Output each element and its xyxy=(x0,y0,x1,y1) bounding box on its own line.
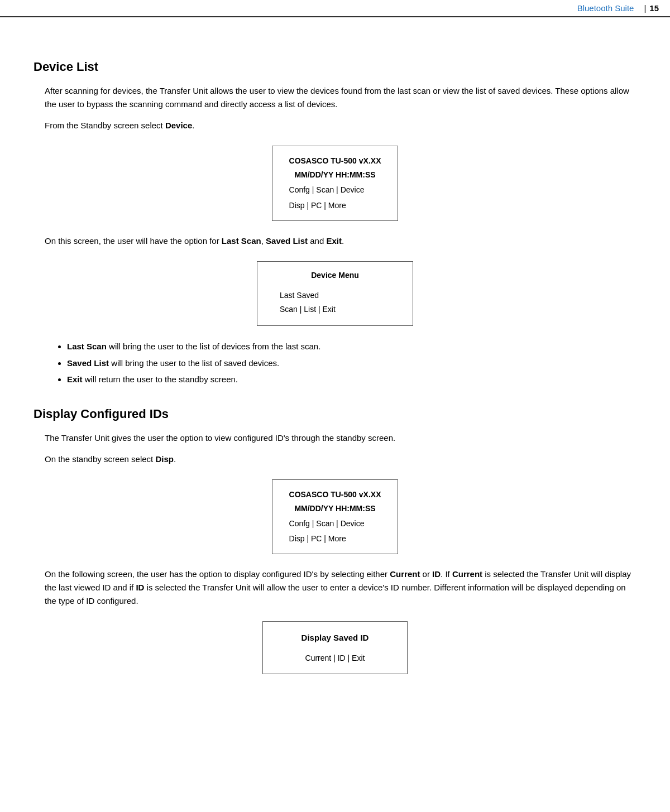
header-page-number: 15 xyxy=(649,3,659,13)
section2-paragraph2: On the standby screen select Disp. xyxy=(45,453,636,466)
s2p3-bold4: ID xyxy=(136,583,144,592)
section2-title: Display Configured IDs xyxy=(34,407,636,421)
s2p3-or: or xyxy=(420,569,432,579)
s2p3-bold1: Current xyxy=(390,569,420,579)
section1-p2-prefix: From the Standby screen select xyxy=(45,121,165,130)
bullet1-bold: Last Scan xyxy=(67,342,107,351)
display-id-box-wrapper: Display Saved ID Current | ID | Exit xyxy=(34,621,636,674)
bullet3-text: will return the user to the standby scre… xyxy=(83,374,238,384)
section1-paragraph1: After scanning for devices, the Transfer… xyxy=(45,84,636,111)
section-display-ids: Display Configured IDs The Transfer Unit… xyxy=(34,407,636,675)
s2p3-text1: . If xyxy=(441,569,452,579)
standby-box2-line4: Disp | PC | More xyxy=(289,532,381,546)
s2p2-suffix: . xyxy=(174,454,176,464)
standby-box1-line4: Disp | PC | More xyxy=(289,199,381,213)
standby-box-2: COSASCO TU-500 vX.XX MM/DD/YY HH:MM:SS C… xyxy=(272,479,399,555)
standby-box2-line2: MM/DD/YY HH:MM:SS xyxy=(289,502,381,516)
s1p3-comma: , xyxy=(261,236,266,246)
device-menu-items: Last Saved Scan | List | Exit xyxy=(280,289,390,316)
bullet-item-1: Last Scan will bring the user to the lis… xyxy=(67,339,636,354)
device-menu-line1: Last Saved xyxy=(280,289,390,302)
standby-box1-line2: MM/DD/YY HH:MM:SS xyxy=(289,168,381,182)
section2-paragraph3: On the following screen, the user has th… xyxy=(45,568,636,608)
page-header: Bluetooth Suite | 15 xyxy=(0,0,670,17)
main-content: Device List After scanning for devices, … xyxy=(0,17,670,710)
section1-p2-suffix: . xyxy=(192,121,194,130)
standby-box-2-wrapper: COSASCO TU-500 vX.XX MM/DD/YY HH:MM:SS C… xyxy=(34,479,636,555)
s1p3-bold3: Exit xyxy=(326,236,342,246)
standby-box-1: COSASCO TU-500 vX.XX MM/DD/YY HH:MM:SS C… xyxy=(272,146,399,221)
header-separator: | xyxy=(644,3,646,13)
header-title: Bluetooth Suite xyxy=(577,3,634,13)
section1-paragraph3: On this screen, the user will have the o… xyxy=(45,234,636,248)
section1-title: Device List xyxy=(34,60,636,74)
standby-box1-line1: COSASCO TU-500 vX.XX xyxy=(289,154,381,168)
s1p3-bold1: Last Scan xyxy=(222,236,261,246)
display-id-items: Current | ID | Exit xyxy=(291,654,379,662)
display-id-box: Display Saved ID Current | ID | Exit xyxy=(262,621,408,674)
s1p3-and: and xyxy=(308,236,326,246)
s1p3-bold2: Saved List xyxy=(266,236,308,246)
section-device-list: Device List After scanning for devices, … xyxy=(34,60,636,387)
s2p3-bold3: Current xyxy=(452,569,482,579)
s1p3-suffix: . xyxy=(342,236,344,246)
section2-paragraph1: The Transfer Unit gives the user the opt… xyxy=(45,431,636,445)
device-menu-header: Device Menu xyxy=(280,271,390,280)
bullet-item-3: Exit will return the user to the standby… xyxy=(67,372,636,387)
section1-p2-bold: Device xyxy=(165,121,192,130)
standby-box-1-wrapper: COSASCO TU-500 vX.XX MM/DD/YY HH:MM:SS C… xyxy=(34,146,636,221)
standby-box2-line3: Confg | Scan | Device xyxy=(289,517,381,531)
section1-paragraph2: From the Standby screen select Device. xyxy=(45,119,636,132)
s2p3-prefix: On the following screen, the user has th… xyxy=(45,569,390,579)
display-id-header: Display Saved ID xyxy=(291,633,379,642)
standby-box2-line1: COSASCO TU-500 vX.XX xyxy=(289,488,381,502)
device-menu-box-wrapper: Device Menu Last Saved Scan | List | Exi… xyxy=(34,261,636,326)
device-menu-line2: Scan | List | Exit xyxy=(280,302,390,316)
s1p3-prefix: On this screen, the user will have the o… xyxy=(45,236,222,246)
bullet2-text: will bring the user to the list of saved… xyxy=(109,358,279,368)
device-menu-box: Device Menu Last Saved Scan | List | Exi… xyxy=(257,261,413,326)
bullet1-text: will bring the user to the list of devic… xyxy=(107,342,321,351)
bullet-item-2: Saved List will bring the user to the li… xyxy=(67,356,636,371)
bullet2-bold: Saved List xyxy=(67,358,109,368)
bullet3-bold: Exit xyxy=(67,374,83,384)
s2p3-bold2: ID xyxy=(432,569,441,579)
s2p2-prefix: On the standby screen select xyxy=(45,454,155,464)
bullet-list: Last Scan will bring the user to the lis… xyxy=(67,339,636,387)
standby-box1-line3: Confg | Scan | Device xyxy=(289,183,381,197)
s2p2-bold: Disp xyxy=(155,454,174,464)
